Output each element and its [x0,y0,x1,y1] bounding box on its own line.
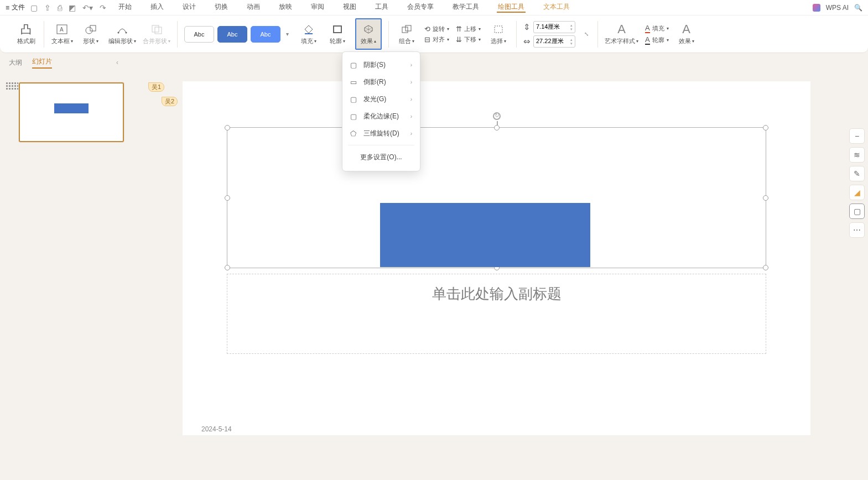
fill-button[interactable]: 填充▾ [298,23,320,45]
export-icon[interactable]: ⇪ [44,3,51,12]
group-format: 凸 格式刷 [8,19,44,50]
tab-text-tools[interactable]: 文本工具 [542,2,571,13]
format-pane-button[interactable]: ▢ [849,204,865,219]
outline-button[interactable]: 轮廓▾ [326,23,349,45]
effect-soft-edges[interactable]: ▢ 柔化边缘(E) › [342,108,420,125]
undo-icon[interactable]: ↶▾ [82,3,93,12]
text-effect-button[interactable]: A 效果▾ [675,23,698,45]
collapse-panel-icon[interactable]: ‹ [116,59,118,66]
file-menu[interactable]: ≡ 文件 [6,3,25,12]
more-settings[interactable]: 更多设置(O)... [342,148,420,166]
redo-icon[interactable]: ↷ [100,3,106,12]
save-icon[interactable]: ▢ [30,3,38,12]
ai-label[interactable]: WPS AI [826,4,849,12]
arrange-col-1: ⟲旋转▾ ⊟对齐▾ [424,25,449,44]
shape-style-chips: Abc Abc Abc ▾ [184,26,291,43]
svg-text:A: A [60,27,64,33]
resize-handle[interactable] [494,125,500,131]
textbox-button[interactable]: A 文本框▾ [51,23,73,45]
blue-rectangle-shape[interactable] [380,203,590,267]
effect-reflection[interactable]: ▭ 倒影(R) › [342,74,420,91]
tab-drawing-tools[interactable]: 绘图工具 [497,2,526,13]
tab-view[interactable]: 视图 [342,2,357,13]
text-outline-button[interactable]: A轮廓▾ [645,35,669,45]
tab-slides[interactable]: 幻灯片 [32,57,52,69]
text-effect-icon: A [682,23,690,36]
ai-icon [813,4,820,12]
effects-button[interactable]: 效果▴ [355,18,382,50]
tab-animation[interactable]: 动画 [246,2,261,13]
format-brush-label: 格式刷 [17,37,35,45]
resize-handle[interactable] [763,265,768,270]
collaborator-tag-1[interactable]: 吴1 [148,82,164,92]
slide-thumbnail-1[interactable] [19,82,124,142]
ribbon: 凸 格式刷 A 文本框▾ 形状▾ 编辑形状▾ 合并形状▾ [0,15,868,53]
style-chip-3[interactable]: Abc [251,26,280,43]
effects-icon [362,23,375,36]
size-dialog-launcher[interactable]: ⤡ [582,31,591,37]
tab-transition[interactable]: 切换 [214,2,229,13]
subtitle-placeholder[interactable]: 单击此处输入副标题 [227,274,766,354]
svg-rect-8 [305,33,313,34]
collaborator-tag-2[interactable]: 吴2 [162,97,178,106]
slide-canvas[interactable]: 单击此处输入副标题 2024-5-14 [183,81,810,435]
effect-3d-rotation[interactable]: ⬠ 三维旋转(D) › [342,125,420,142]
soft-edges-icon: ▢ [350,112,358,121]
spinner-icon[interactable]: ▴▾ [570,23,573,31]
tab-start[interactable]: 开始 [117,2,133,13]
resize-handle[interactable] [763,195,768,201]
hamburger-icon: ≡ [6,4,9,12]
chevron-right-icon: › [410,131,412,137]
text-fill-button[interactable]: A填充▾ [645,24,669,33]
shape-button[interactable]: 形状▾ [80,23,102,45]
preview-icon[interactable]: ◩ [69,3,76,12]
slides-pane[interactable] [0,75,127,480]
left-panel-tabs: 大纲 幻灯片 ‹ [0,54,127,71]
tab-slideshow[interactable]: 放映 [278,2,293,13]
effect-shadow[interactable]: ▢ 阴影(S) › [342,56,420,74]
tab-outline[interactable]: 大纲 [9,58,22,67]
select-label: 选择 [491,37,503,45]
highlight-button[interactable]: ◢ [849,185,865,200]
move-up-button[interactable]: ⇈上移▾ [456,25,481,33]
svg-rect-12 [495,26,502,33]
print-icon[interactable]: ⎙ [58,3,62,12]
effect-glow[interactable]: ▢ 发光(G) › [342,91,420,108]
rotation-handle[interactable] [493,112,501,120]
tab-member[interactable]: 会员专享 [406,2,435,13]
spinner-icon[interactable]: ▴▾ [570,38,573,45]
tab-teaching[interactable]: 教学工具 [451,2,480,13]
move-down-button[interactable]: ⇊下移▾ [456,35,481,44]
zoom-out-button[interactable]: − [849,128,865,144]
rotate-button[interactable]: ⟲旋转▾ [424,25,449,33]
tab-insert[interactable]: 插入 [149,2,165,13]
chevron-right-icon: › [410,79,412,85]
width-input[interactable]: 27.22厘米▴▾ [533,35,575,48]
style-chip-1[interactable]: Abc [184,26,214,43]
art-style-button[interactable]: A 艺术字样式▾ [605,23,638,45]
resize-handle[interactable] [225,125,230,131]
height-input[interactable]: 7.14厘米▴▾ [533,21,575,33]
resize-handle[interactable] [225,265,230,270]
tab-tools[interactable]: 工具 [374,2,389,13]
group-icon [401,23,413,36]
edit-button[interactable]: ✎ [849,166,865,181]
resize-handle[interactable] [225,195,230,201]
merge-shape-icon [150,23,163,36]
merge-shape-button: 合并形状▾ [143,23,170,45]
tab-design[interactable]: 设计 [181,2,197,13]
rotation-3d-icon: ⬠ [350,129,358,138]
edit-shape-button[interactable]: 编辑形状▾ [108,23,136,45]
tab-review[interactable]: 审阅 [310,2,325,13]
resize-handle[interactable] [763,125,768,131]
align-button[interactable]: ⊟对齐▾ [424,35,449,44]
merge-shape-label: 合并形状 [143,37,167,45]
style-chip-2[interactable]: Abc [217,26,247,43]
style-more-caret[interactable]: ▾ [284,31,291,37]
search-icon[interactable]: 🔍 [854,4,862,12]
more-button[interactable]: ⋯ [849,222,865,238]
select-button[interactable]: 选择▾ [487,23,510,45]
format-brush-button[interactable]: 凸 格式刷 [15,23,37,45]
layers-button[interactable]: ≋ [849,147,865,163]
group-button[interactable]: 组合▾ [396,23,418,45]
